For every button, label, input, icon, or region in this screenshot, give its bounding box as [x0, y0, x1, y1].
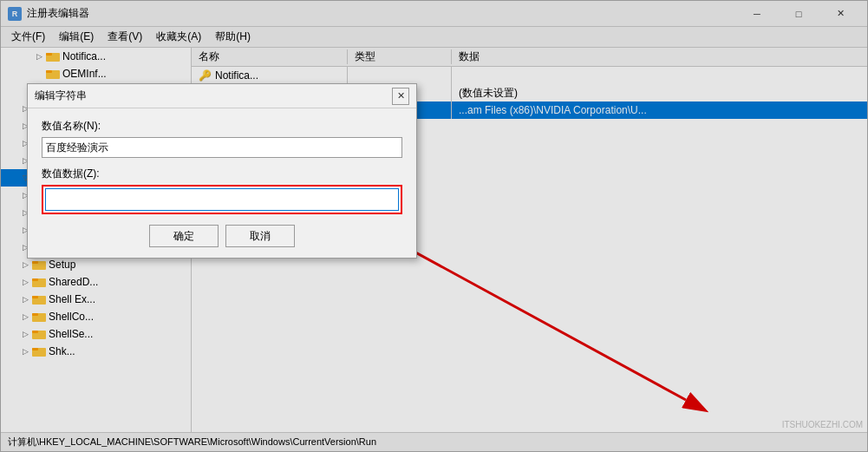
expander-icon: ▷ — [18, 344, 32, 358]
tree-item-shk[interactable]: ▷ Shk... — [1, 343, 191, 360]
folder-icon — [46, 50, 60, 62]
name-field-input[interactable] — [42, 137, 402, 158]
tree-item-label: ShellCo... — [49, 311, 94, 323]
svg-rect-30 — [32, 296, 38, 298]
name-field-label: 数值名称(N): — [42, 119, 402, 134]
tree-item-label: Shell Ex... — [49, 293, 95, 305]
dialog-title: 编辑字符串 — [35, 88, 87, 103]
close-button[interactable]: ✕ — [820, 1, 860, 27]
svg-rect-26 — [32, 261, 38, 264]
col-data-header: 数据 — [452, 49, 867, 64]
folder-icon — [32, 276, 46, 288]
minimize-button[interactable]: ─ — [737, 1, 777, 27]
tree-item-label: SharedD... — [49, 276, 98, 288]
value-input-wrapper — [42, 185, 402, 214]
tree-item-shellse[interactable]: ▷ ShellSe... — [1, 325, 191, 343]
svg-rect-32 — [32, 313, 38, 316]
tree-item-label: Notifica... — [62, 50, 106, 62]
folder-icon — [32, 328, 46, 340]
expander-icon: ▷ — [18, 292, 32, 306]
folder-icon — [32, 259, 46, 271]
menu-edit[interactable]: 编辑(E) — [52, 28, 101, 46]
tree-item-label: Shk... — [49, 345, 75, 357]
watermark: ITSHUOKEZHI.COM — [782, 420, 863, 429]
dialog-body: 数值名称(N): 数值数据(Z): 确定 取消 — [28, 108, 416, 258]
menu-view[interactable]: 查看(V) — [101, 28, 149, 46]
expander-icon: ▷ — [18, 258, 32, 272]
tree-item-notifica[interactable]: ▷ Notifica... — [1, 48, 191, 65]
folder-icon — [32, 293, 46, 305]
svg-rect-34 — [32, 331, 38, 333]
expander-icon: ▷ — [18, 310, 32, 324]
folder-icon — [32, 311, 46, 323]
menu-file[interactable]: 文件(F) — [4, 28, 52, 46]
window-title: 注册表编辑器 — [27, 6, 89, 21]
reg-data-1: (数值未设置) — [452, 84, 867, 102]
app-icon: R — [8, 7, 22, 21]
title-bar-left: R 注册表编辑器 — [8, 6, 89, 21]
status-bar: 计算机\HKEY_LOCAL_MACHINE\SOFTWARE\Microsof… — [1, 432, 867, 451]
reg-data-2: ...am Files (x86)\NVIDIA Corporation\U..… — [452, 102, 867, 119]
confirm-button[interactable]: 确定 — [149, 225, 219, 247]
expander-icon: ▷ — [18, 275, 32, 289]
status-text: 计算机\HKEY_LOCAL_MACHINE\SOFTWARE\Microsof… — [8, 436, 376, 449]
main-window: R 注册表编辑器 ─ □ ✕ 文件(F) 编辑(E) 查看(V) 收藏夹(A) … — [0, 0, 868, 452]
tree-item-label: OEMInf... — [62, 68, 107, 80]
tree-item-label: Setup — [49, 259, 75, 271]
tree-item-label: ShellSe... — [49, 328, 93, 340]
tree-item-setup[interactable]: ▷ Setup — [1, 256, 191, 273]
svg-rect-1 — [46, 53, 52, 56]
expander-icon — [32, 67, 46, 81]
edit-string-dialog: 编辑字符串 ✕ 数值名称(N): 数值数据(Z): 确定 取消 — [27, 83, 417, 259]
reg-name-0: 🔑 Notifica... — [192, 67, 348, 84]
col-type-header: 类型 — [348, 49, 452, 64]
title-bar: R 注册表编辑器 ─ □ ✕ — [1, 1, 867, 27]
value-field-input[interactable] — [45, 188, 399, 211]
tree-item-shellco[interactable]: ▷ ShellCo... — [1, 308, 191, 325]
expander-icon: ▷ — [32, 49, 46, 63]
folder-icon — [32, 345, 46, 357]
folder-icon — [46, 68, 60, 80]
svg-rect-28 — [32, 278, 38, 281]
registry-header: 名称 类型 数据 — [192, 48, 867, 67]
reg-row-0[interactable]: 🔑 Notifica... — [192, 67, 867, 84]
dialog-close-button[interactable]: ✕ — [392, 88, 409, 105]
reg-data-0 — [452, 67, 867, 84]
reg-type-0 — [348, 67, 452, 84]
svg-rect-3 — [46, 70, 52, 73]
expander-icon: ▷ — [18, 327, 32, 341]
tree-item-oeminf[interactable]: OEMInf... — [1, 65, 191, 82]
dialog-buttons: 确定 取消 — [42, 225, 402, 247]
value-field-label: 数值数据(Z): — [42, 167, 402, 181]
cancel-button[interactable]: 取消 — [225, 225, 295, 247]
menu-help[interactable]: 帮助(H) — [208, 28, 258, 46]
maximize-button[interactable]: □ — [779, 1, 819, 27]
svg-rect-36 — [32, 348, 38, 350]
menu-bar: 文件(F) 编辑(E) 查看(V) 收藏夹(A) 帮助(H) — [1, 27, 867, 48]
tree-item-shell-ex[interactable]: ▷ Shell Ex... — [1, 291, 191, 308]
col-name-header: 名称 — [192, 49, 348, 64]
title-controls: ─ □ ✕ — [737, 1, 860, 27]
tree-item-sharedd[interactable]: ▷ SharedD... — [1, 273, 191, 291]
dialog-title-bar: 编辑字符串 ✕ — [28, 84, 416, 108]
menu-favorites[interactable]: 收藏夹(A) — [149, 28, 208, 46]
